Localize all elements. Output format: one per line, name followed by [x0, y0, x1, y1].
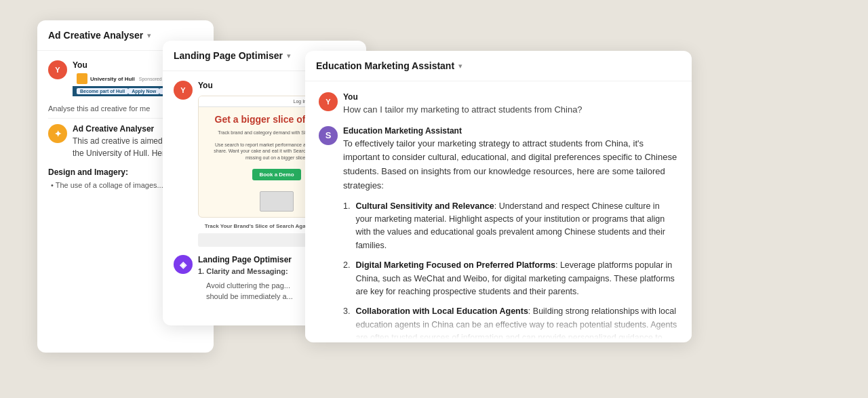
card3-s1-text: Cultural Sensitivity and Relevance: Unde…	[355, 200, 678, 253]
card1-user-avatar: Y	[48, 60, 67, 79]
education-marketing-card: Education Marketing Assistant ▾ Y You Ho…	[305, 51, 692, 342]
card2-bot-name: Landing Page Optimiser	[198, 255, 293, 264]
card2-list-num: 1.	[198, 267, 206, 275]
card3-s3-bold: Collaboration with Local Education Agent…	[355, 306, 528, 316]
card2-chevron-icon[interactable]: ▾	[287, 52, 291, 60]
card1-cta-btn2: Apply Now	[128, 88, 159, 94]
card3-s1-bold: Cultural Sensitivity and Relevance	[355, 201, 494, 211]
card3-bot-intro: To effectively tailor your marketing str…	[343, 137, 678, 340]
card3-strategy-list: 1. Cultural Sensitivity and Relevance: U…	[343, 200, 678, 339]
card1-title: Ad Creative Analyser	[48, 30, 143, 41]
card3-s1-num: 1.	[343, 200, 350, 253]
card3-bot-message: S Education Marketing Assistant To effec…	[319, 126, 678, 340]
card3-strategy-3: 3. Collaboration with Local Education Ag…	[343, 305, 678, 339]
card3-user-question: How can I tailor my marketing to attract…	[343, 103, 583, 117]
card3-bot-content: Education Marketing Assistant To effecti…	[343, 126, 678, 340]
card2-lp-cta-btn[interactable]: Book a Demo	[252, 169, 300, 180]
card1-bullet-icon: •	[51, 181, 54, 189]
card3-body: Y You How can I tailor my marketing to a…	[305, 81, 692, 339]
card2-lp-device	[260, 191, 294, 212]
card2-list-label: Clarity and Messaging:	[206, 267, 288, 275]
card2-bot-avatar: ◈	[174, 255, 193, 274]
card3-user-content: You How can I tailor my marketing to att…	[343, 92, 583, 117]
card2-bot-list-text-1: Avoid cluttering the pag...should be imm…	[198, 280, 293, 302]
card3-chevron-icon[interactable]: ▾	[458, 62, 462, 71]
card3-user-avatar: Y	[319, 92, 338, 111]
card3-strategy-1: 1. Cultural Sensitivity and Relevance: U…	[343, 200, 678, 253]
card3-s3-text: Collaboration with Local Education Agent…	[355, 305, 678, 339]
card2-bot-content: Landing Page Optimiser 1. Clarity and Me…	[198, 255, 293, 305]
card3-bot-avatar: S	[319, 126, 338, 145]
card2-title: Landing Page Optimiser	[174, 50, 283, 61]
card1-cta-btn1: Become part of Hull	[77, 88, 128, 94]
card3-s2-text: Digital Marketing Focused on Preferred P…	[355, 259, 678, 298]
card3-user-name: You	[343, 92, 583, 102]
card2-user-avatar: Y	[174, 81, 193, 100]
card1-chevron-icon[interactable]: ▾	[147, 31, 151, 40]
card2-bot-list-item-1: 1. Clarity and Messaging:	[198, 266, 293, 277]
card3-s3-num: 3.	[343, 305, 350, 339]
card3-bot-name: Education Marketing Assistant	[343, 126, 678, 136]
card3-strategy-2: 2. Digital Marketing Focused on Preferre…	[343, 259, 678, 298]
card3-s2-bold: Digital Marketing Focused on Preferred P…	[355, 260, 555, 270]
card1-ad-company: University of Hull	[90, 76, 135, 82]
card3-header: Education Marketing Assistant ▾	[305, 51, 692, 81]
card1-ad-logo	[77, 73, 87, 84]
card3-s2-num: 2.	[343, 259, 350, 298]
card3-title: Education Marketing Assistant	[316, 60, 454, 71]
card3-user-message: Y You How can I tailor my marketing to a…	[319, 92, 678, 117]
card1-bot-avatar: ✦	[48, 124, 67, 143]
card3-intro-text: To effectively tailor your marketing str…	[343, 137, 678, 193]
